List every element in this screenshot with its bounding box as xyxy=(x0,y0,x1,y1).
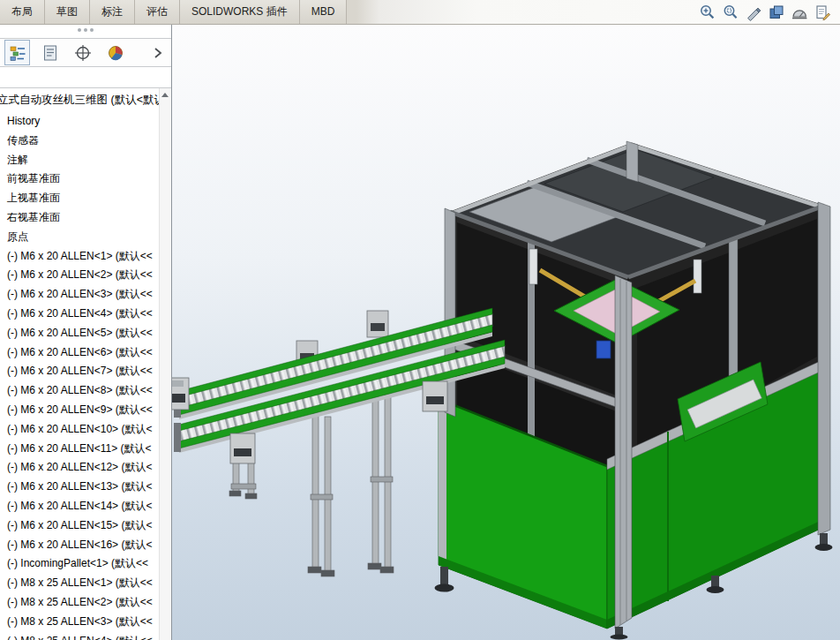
feature-tree: 立式自动攻丝机三维图 (默认<默认< History 传感器 注解 xyxy=(0,88,160,640)
tree-item[interactable]: (-) M6 x 20 ALLEN<6> (默认<< xyxy=(0,343,160,363)
tree-item[interactable]: 前视基准面 xyxy=(0,169,160,189)
tree-item[interactable]: (-) M6 x 20 ALLEN<5> (默认<< xyxy=(0,324,160,343)
command-tab[interactable]: 评估 xyxy=(135,0,180,24)
tree-item-label: (-) M6 x 20 ALLEN<3> (默认<< xyxy=(7,288,153,300)
tree-item-label: (-) M6 x 20 ALLEN<2> (默认<< xyxy=(7,268,153,281)
tree-item[interactable]: (-) M8 x 25 ALLEN<1> (默认<< xyxy=(0,574,160,593)
command-bar: 布局 草图 标注 评估 SOLIDWORKS 插件 MBD xyxy=(0,0,840,25)
tree-item-label: (-) M6 x 20 ALLEN<5> (默认<< xyxy=(7,327,153,339)
tree-item[interactable]: 传感器 xyxy=(0,132,160,151)
panel-tab-bar xyxy=(0,38,171,67)
tree-item[interactable]: 右视基准面 xyxy=(0,208,160,228)
command-tab[interactable]: 布局 xyxy=(0,0,45,24)
protractor-icon[interactable] xyxy=(791,4,808,21)
featuremanager-tree-icon xyxy=(8,43,27,63)
tree-item-label: History xyxy=(7,115,40,127)
tree-item-label: (-) M6 x 20 ALLEN<8> (默认<< xyxy=(7,384,153,396)
tree-item[interactable]: 原点 xyxy=(0,228,160,247)
stacked-parts-icon[interactable] xyxy=(768,4,785,21)
assembly-root-title[interactable]: 立式自动攻丝机三维图 (默认<默认< xyxy=(0,88,160,112)
tree-item-label: (-) M6 x 20 ALLEN<9> (默认<< xyxy=(7,403,153,416)
tree-item[interactable]: (-) M6 x 20 ALLEN<11> (默认< xyxy=(0,440,160,459)
tree-item[interactable]: (-) M6 x 20 ALLEN<12> (默认< xyxy=(0,458,160,478)
tree-item-label: 传感器 xyxy=(7,134,39,147)
tree-item-label: (-) M8 x 25 ALLEN<3> (默认<< xyxy=(7,615,153,628)
tree-item[interactable]: (-) M6 x 20 ALLEN<2> (默认<< xyxy=(0,266,160,285)
tree-item-label: (-) M6 x 20 ALLEN<1> (默认<< xyxy=(7,250,153,262)
panel-expand-chevron[interactable] xyxy=(149,42,167,64)
tree-item[interactable]: (-) M6 x 20 ALLEN<4> (默认<< xyxy=(0,305,160,324)
tree-item[interactable]: 上视基准面 xyxy=(0,189,160,208)
tree-item[interactable]: (-) IncomingPallet<1> (默认<< xyxy=(0,554,160,574)
tree-item-label: (-) M6 x 20 ALLEN<13> (默认< xyxy=(7,480,152,493)
tree-item-label: 原点 xyxy=(7,230,28,243)
tree-item[interactable]: (-) M6 x 20 ALLEN<13> (默认< xyxy=(0,478,160,497)
tree-item[interactable]: (-) M6 x 20 ALLEN<9> (默认<< xyxy=(0,401,160,420)
tree-item-label: (-) M6 x 20 ALLEN<14> (默认< xyxy=(7,500,152,512)
tree-item[interactable]: (-) M6 x 20 ALLEN<10> (默认< xyxy=(0,420,160,440)
tree-item[interactable]: (-) M6 x 20 ALLEN<8> (默认<< xyxy=(0,381,160,401)
pen-icon[interactable] xyxy=(745,4,762,21)
chevron-right-icon xyxy=(153,47,163,59)
panel-splitter-handle[interactable] xyxy=(78,28,94,32)
tree-item[interactable]: (-) M6 x 20 ALLEN<3> (默认<< xyxy=(0,285,160,305)
solidworks-window: 布局 草图 标注 评估 SOLIDWORKS 插件 MBD xyxy=(0,0,840,640)
tab-propertymanager[interactable] xyxy=(37,40,63,65)
tree-item-label: 前视基准面 xyxy=(7,172,60,184)
quick-access-toolbar xyxy=(699,0,840,24)
panel-secondary-bar xyxy=(0,67,171,88)
tree-item-label: 右视基准面 xyxy=(7,211,60,223)
tree-item[interactable]: History xyxy=(0,112,160,132)
configurationmanager-icon xyxy=(73,43,93,63)
feature-manager-panel: 立式自动攻丝机三维图 (默认<默认< History 传感器 注解 xyxy=(0,25,172,640)
tree-item-label: (-) M8 x 25 ALLEN<1> (默认<< xyxy=(7,576,153,589)
tree-item-label: (-) M6 x 20 ALLEN<6> (默认<< xyxy=(7,346,153,358)
tree-item[interactable]: (-) M6 x 20 ALLEN<7> (默认<< xyxy=(0,362,160,381)
command-tab[interactable]: SOLIDWORKS 插件 xyxy=(180,0,300,24)
tree-item-label: 注解 xyxy=(7,154,28,166)
zoom-in-icon[interactable] xyxy=(699,4,716,21)
command-tab-strip: 布局 草图 标注 评估 SOLIDWORKS 插件 MBD xyxy=(0,0,347,24)
tree-item[interactable]: (-) M8 x 25 ALLEN<2> (默认<< xyxy=(0,593,160,613)
tree-item-label: (-) M6 x 20 ALLEN<16> (默认< xyxy=(7,538,152,551)
tree-item-label: (-) M6 x 20 ALLEN<11> (默认< xyxy=(7,442,152,455)
tree-item-label: (-) M8 x 25 ALLEN<2> (默认<< xyxy=(7,596,153,608)
tree-item[interactable]: (-) M6 x 20 ALLEN<14> (默认< xyxy=(0,497,160,516)
tree-item-label: (-) M6 x 20 ALLEN<12> (默认< xyxy=(7,461,152,473)
tree-item[interactable]: (-) M8 x 25 ALLEN<4> (默认<< xyxy=(0,632,160,640)
tree-scrollbar[interactable] xyxy=(159,88,171,640)
command-tab[interactable]: MBD xyxy=(300,0,348,24)
displaymanager-icon xyxy=(106,43,125,63)
tree-item-label: (-) M6 x 20 ALLEN<15> (默认< xyxy=(7,519,152,531)
tree-item-label: 上视基准面 xyxy=(7,192,60,204)
tree-item[interactable]: (-) M6 x 20 ALLEN<16> (默认< xyxy=(0,536,160,555)
tab-displaymanager[interactable] xyxy=(102,40,128,65)
magnifier-icon[interactable] xyxy=(722,4,739,21)
graphics-area[interactable] xyxy=(172,25,840,640)
tree-item[interactable]: 注解 xyxy=(0,151,160,170)
tab-featuremanager-tree[interactable] xyxy=(4,40,30,65)
tapping-machine-3d-model[interactable] xyxy=(172,25,840,640)
scroll-up-arrow-icon[interactable] xyxy=(160,88,171,102)
tree-item-label: (-) M6 x 20 ALLEN<10> (默认< xyxy=(7,423,152,435)
tree-item[interactable]: (-) M6 x 20 ALLEN<15> (默认< xyxy=(0,516,160,536)
tree-item-label: (-) M6 x 20 ALLEN<7> (默认<< xyxy=(7,365,153,377)
tree-item-label: (-) M6 x 20 ALLEN<4> (默认<< xyxy=(7,307,153,320)
propertymanager-icon xyxy=(41,43,60,63)
command-tab[interactable]: 标注 xyxy=(90,0,135,24)
tab-configurationmanager[interactable] xyxy=(70,40,95,65)
tree-item[interactable]: (-) M6 x 20 ALLEN<1> (默认<< xyxy=(0,247,160,267)
feature-tree-list: History 传感器 注解 前视基准面 上视基准面 xyxy=(0,112,160,640)
tree-item[interactable]: (-) M8 x 25 ALLEN<3> (默认<< xyxy=(0,613,160,632)
tree-item-label: (-) IncomingPallet<1> (默认<< xyxy=(7,557,148,569)
notepad-icon[interactable] xyxy=(814,4,831,21)
command-tab[interactable]: 草图 xyxy=(45,0,90,24)
tree-item-label: (-) M8 x 25 ALLEN<4> (默认<< xyxy=(7,635,153,640)
